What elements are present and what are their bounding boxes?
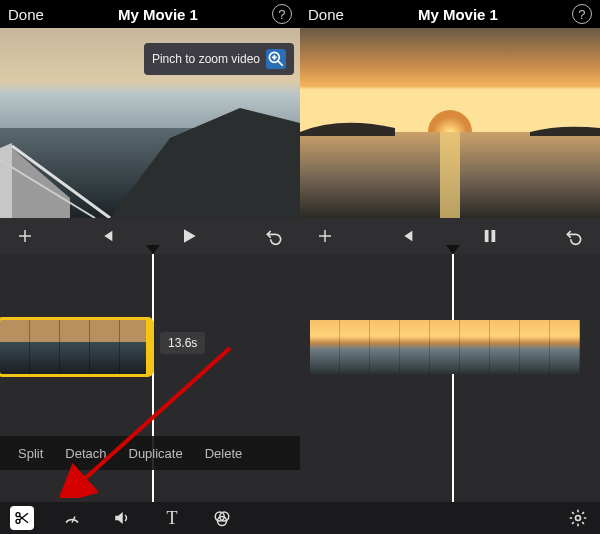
detach-action[interactable]: Detach [65, 446, 106, 461]
settings-button[interactable] [566, 506, 590, 530]
zoom-in-icon [266, 49, 286, 69]
scissors-tool[interactable] [10, 506, 34, 530]
split-action[interactable]: Split [18, 446, 43, 461]
right-screenshot: Done My Movie 1 ? [300, 0, 600, 534]
left-screenshot: Done My Movie 1 ? Pinch to zoom [0, 0, 300, 534]
bottom-toolbar: T [0, 502, 300, 534]
done-button[interactable]: Done [8, 6, 44, 23]
help-button[interactable]: ? [572, 4, 592, 24]
svg-rect-20 [491, 230, 495, 242]
pinch-zoom-tooltip: Pinch to zoom video [144, 43, 294, 75]
delete-action[interactable]: Delete [205, 446, 243, 461]
bottom-toolbar [300, 502, 600, 534]
pause-button[interactable] [481, 227, 499, 245]
svg-line-5 [278, 61, 283, 66]
volume-tool[interactable] [110, 506, 134, 530]
undo-button[interactable] [564, 226, 584, 246]
add-media-button[interactable] [16, 227, 34, 245]
svg-rect-18 [440, 132, 460, 218]
clip-context-menu: Split Detach Duplicate Delete [0, 436, 300, 470]
header-bar: Done My Movie 1 ? [0, 0, 300, 28]
play-button[interactable] [179, 226, 199, 246]
svg-rect-19 [484, 230, 488, 242]
video-clip[interactable] [0, 320, 150, 374]
done-button[interactable]: Done [308, 6, 344, 23]
skip-back-button[interactable] [99, 228, 115, 244]
playhead[interactable] [452, 254, 454, 502]
skip-back-button[interactable] [399, 228, 415, 244]
svg-point-21 [576, 516, 581, 521]
filters-tool[interactable] [210, 506, 234, 530]
speed-tool[interactable] [60, 506, 84, 530]
video-preview[interactable]: Pinch to zoom video [0, 28, 300, 218]
timeline[interactable]: 13.6s Split Detach Duplicate Delete [0, 254, 300, 502]
duplicate-action[interactable]: Duplicate [129, 446, 183, 461]
project-title: My Movie 1 [118, 6, 198, 23]
project-title: My Movie 1 [418, 6, 498, 23]
timeline[interactable] [300, 254, 600, 502]
clip-duration-label: 13.6s [160, 332, 205, 354]
help-button[interactable]: ? [272, 4, 292, 24]
undo-button[interactable] [264, 226, 284, 246]
add-media-button[interactable] [316, 227, 334, 245]
pinch-zoom-label: Pinch to zoom video [152, 52, 260, 66]
titles-tool[interactable]: T [160, 506, 184, 530]
video-preview[interactable] [300, 28, 600, 218]
header-bar: Done My Movie 1 ? [300, 0, 600, 28]
video-clip[interactable] [310, 320, 590, 374]
